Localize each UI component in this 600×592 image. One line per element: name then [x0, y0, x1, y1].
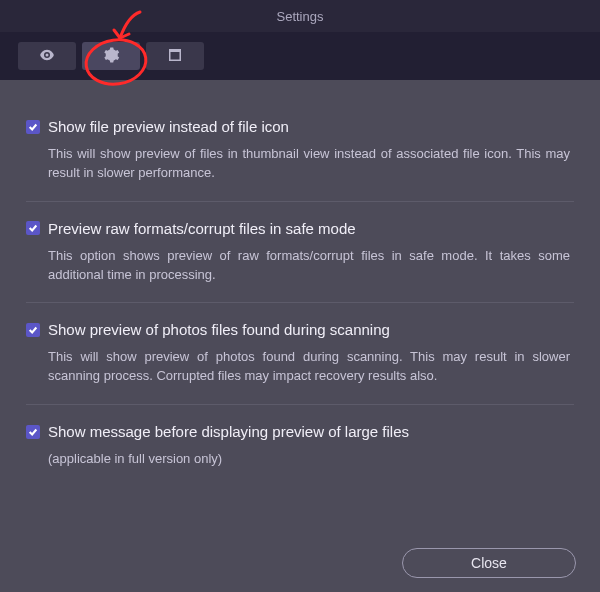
- checkbox[interactable]: [26, 323, 40, 337]
- option-description: This will show preview of files in thumb…: [26, 145, 574, 183]
- tab-window[interactable]: [146, 42, 204, 70]
- option-label: Show file preview instead of file icon: [48, 118, 289, 135]
- option-row: Show message before displaying preview o…: [26, 405, 574, 487]
- footer: Close: [402, 548, 576, 578]
- window-title: Settings: [277, 9, 324, 24]
- option-label: Show preview of photos files found durin…: [48, 321, 390, 338]
- option-description: This will show preview of photos found d…: [26, 348, 574, 386]
- option-label: Show message before displaying preview o…: [48, 423, 409, 440]
- tab-gear[interactable]: [82, 42, 140, 70]
- option-row: Show file preview instead of file icon T…: [26, 100, 574, 202]
- option-row: Preview raw formats/corrupt files in saf…: [26, 202, 574, 304]
- checkbox[interactable]: [26, 425, 40, 439]
- option-label: Preview raw formats/corrupt files in saf…: [48, 220, 356, 237]
- settings-panel: Show file preview instead of file icon T…: [0, 80, 600, 487]
- tab-view[interactable]: [18, 42, 76, 70]
- window-icon: [166, 46, 184, 67]
- close-button[interactable]: Close: [402, 548, 576, 578]
- option-row: Show preview of photos files found durin…: [26, 303, 574, 405]
- tabbar: [0, 32, 600, 80]
- eye-icon: [38, 46, 56, 67]
- option-description: (applicable in full version only): [26, 450, 574, 469]
- checkbox[interactable]: [26, 120, 40, 134]
- titlebar: Settings: [0, 0, 600, 32]
- option-description: This option shows preview of raw formats…: [26, 247, 574, 285]
- checkbox[interactable]: [26, 221, 40, 235]
- gear-icon: [102, 46, 120, 67]
